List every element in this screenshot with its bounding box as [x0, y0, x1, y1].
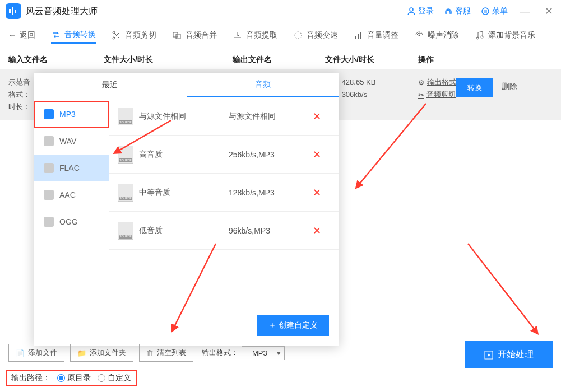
col-input-size: 文件大小/时长 — [104, 55, 233, 65]
tab-label: 音频提取 — [246, 30, 277, 40]
q-rate: 256kb/s,MP3 — [229, 150, 307, 159]
table-header: 输入文件名 文件大小/时长 输出文件名 文件大小/时长 操作 — [0, 50, 561, 69]
quality-row[interactable]: 中等音质128kb/s,MP3✕ — [109, 174, 339, 212]
tab-audio-merge[interactable]: 音频合并 — [172, 30, 217, 43]
quality-row[interactable]: 与源文件相同与源文件相同✕ — [109, 97, 339, 136]
file-icon — [118, 146, 133, 164]
output-format-select[interactable]: MP3 — [242, 346, 285, 360]
format-list: MP3 WAV FLAC AAC OGG — [34, 97, 109, 346]
svg-rect-13 — [355, 36, 356, 39]
close-button[interactable]: ✕ — [543, 5, 555, 17]
minimize-button[interactable]: — — [518, 6, 532, 17]
tab-bg-music[interactable]: 添加背景音乐 — [475, 30, 535, 43]
tab-audio-speed[interactable]: 音频变速 — [293, 30, 338, 43]
trash-icon: 🗑 — [146, 349, 154, 357]
convert-icon — [51, 30, 61, 40]
tab-audio-convert[interactable]: 音频转换 — [51, 30, 96, 44]
svg-point-3 — [410, 8, 413, 11]
remove-icon[interactable]: ✕ — [313, 148, 321, 161]
add-folder-button[interactable]: 📁添加文件夹 — [70, 344, 133, 362]
output-format-picker: 输出格式： MP3 — [202, 346, 285, 360]
format-popup: 最近 音频 MP3 WAV FLAC AAC OGG 与源文件相同与源文件相同✕… — [34, 73, 339, 346]
fmt-flac[interactable]: FLAC — [34, 155, 109, 181]
tab-label: 音量调整 — [367, 30, 398, 40]
svg-rect-10 — [173, 32, 178, 37]
music-icon — [475, 30, 485, 40]
fmt-mp3[interactable]: MP3 — [34, 101, 109, 128]
menu-button[interactable]: 菜单 — [481, 6, 508, 16]
btn-label: 清空列表 — [157, 348, 186, 358]
customer-button[interactable]: 客服 — [444, 6, 471, 16]
gear-icon: ⚙ — [418, 78, 425, 87]
convert-button[interactable]: 转换 — [456, 78, 493, 97]
tab-label: 音频转换 — [64, 30, 96, 40]
file-icon — [118, 184, 133, 202]
remove-icon[interactable]: ✕ — [313, 110, 321, 123]
out-fmt-label: 输出格式： — [202, 348, 238, 358]
create-custom-label: 创建自定义 — [279, 320, 318, 329]
clear-list-button[interactable]: 🗑清空列表 — [139, 344, 193, 362]
menu-label: 菜单 — [492, 6, 508, 16]
quality-row[interactable]: 低音质96kb/s,MP3✕ — [109, 212, 339, 250]
radio-custom-dir[interactable]: 自定义 — [98, 373, 131, 383]
fmt-aac[interactable]: AAC — [34, 181, 109, 208]
aac-icon — [44, 190, 54, 200]
tab-audio-extract[interactable]: 音频提取 — [233, 30, 277, 43]
delete-link[interactable]: 删除 — [502, 82, 517, 92]
svg-point-16 — [419, 35, 420, 36]
radio-label: 自定义 — [108, 373, 131, 383]
extract-icon — [233, 30, 243, 40]
play-icon — [484, 351, 493, 360]
remove-icon[interactable]: ✕ — [313, 225, 321, 237]
scissors-icon: ✂ — [418, 91, 424, 99]
mp3-icon — [44, 109, 54, 119]
start-process-button[interactable]: 开始处理 — [465, 341, 553, 368]
svg-rect-2 — [15, 10, 16, 13]
fmt-label: FLAC — [59, 164, 80, 172]
fmt-wav[interactable]: WAV — [34, 128, 109, 155]
file-icon — [118, 222, 133, 240]
tab-audio[interactable]: 音频 — [187, 73, 340, 97]
quality-list: 与源文件相同与源文件相同✕ 高音质256kb/s,MP3✕ 中等音质128kb/… — [109, 97, 339, 346]
add-file-button[interactable]: 📄添加文件 — [8, 344, 64, 362]
radio-original-dir[interactable]: 原目录 — [57, 373, 91, 383]
tab-recent[interactable]: 最近 — [34, 73, 187, 97]
annotation-arrow — [462, 241, 541, 338]
tab-audio-cut[interactable]: 音频剪切 — [112, 30, 156, 43]
back-button[interactable]: ← 返回 — [8, 30, 35, 43]
app-logo — [6, 3, 21, 19]
customer-label: 客服 — [455, 6, 471, 16]
remove-icon[interactable]: ✕ — [313, 186, 321, 199]
col-ops: 操作 — [418, 55, 491, 65]
output-format-link[interactable]: ⚙输出格式 — [418, 77, 456, 87]
col-output-size: 文件大小/时长 — [325, 55, 418, 65]
login-label: 登录 — [418, 6, 434, 16]
q-rate: 128kb/s,MP3 — [229, 188, 307, 197]
login-button[interactable]: 登录 — [407, 6, 434, 16]
headset-icon — [444, 7, 453, 16]
flac-icon — [44, 163, 54, 173]
back-label: 返回 — [20, 30, 35, 40]
tab-volume-adjust[interactable]: 音量调整 — [354, 30, 398, 43]
tab-noise-remove[interactable]: 噪声消除 — [414, 30, 459, 43]
quality-row[interactable]: 高音质256kb/s,MP3✕ — [109, 136, 339, 174]
btn-label: 添加文件 — [28, 348, 57, 358]
folder-plus-icon: 📁 — [77, 349, 86, 357]
tab-label: 音频合并 — [186, 30, 217, 40]
radio-dot-icon — [57, 374, 65, 382]
audio-cut-link[interactable]: ✂音频剪切 — [418, 90, 456, 100]
fmt-label: WAV — [59, 137, 76, 146]
radio-label: 原目录 — [67, 373, 91, 383]
user-icon — [407, 7, 416, 16]
col-output-name: 输出文件名 — [233, 55, 325, 65]
main-toolbar: ← 返回 音频转换 音频剪切 音频合并 音频提取 音频变速 音量调整 噪声消除 … — [0, 22, 561, 50]
speed-icon — [293, 30, 303, 40]
fmt-label: MP3 — [59, 110, 76, 119]
fmt-ogg[interactable]: OGG — [34, 208, 109, 235]
file-plus-icon: 📄 — [16, 349, 25, 357]
arrow-left-icon: ← — [8, 31, 16, 40]
row-ops: ⚙输出格式 ✂音频剪切 — [418, 77, 456, 100]
fmt-label: AAC — [59, 190, 76, 199]
create-custom-button[interactable]: ＋ 创建自定义 — [257, 315, 329, 336]
btn-label: 添加文件夹 — [90, 348, 126, 358]
